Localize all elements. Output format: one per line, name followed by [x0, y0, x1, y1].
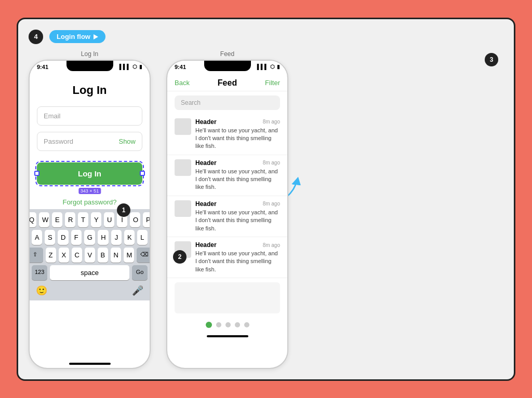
- feed-signal-icon: ▌▌▌: [257, 64, 268, 70]
- feed-phone-label: Feed: [220, 50, 234, 58]
- dot-5[interactable]: [244, 322, 249, 327]
- feed-item-text-0: He'll want to use your yacht, and I don'…: [195, 127, 280, 150]
- keyboard: Q W E R T Y U I O P A: [30, 209, 150, 300]
- key-o[interactable]: O: [130, 212, 140, 227]
- feed-search-bar[interactable]: Search: [175, 95, 280, 110]
- key-c[interactable]: C: [72, 248, 82, 263]
- top-bar: 4 Login flow: [29, 30, 503, 44]
- key-b[interactable]: B: [98, 248, 108, 263]
- key-a[interactable]: A: [32, 230, 42, 245]
- login-status-icons: ▌▌▌ ⬡ ▮: [119, 64, 142, 70]
- feed-pagination-dots: [167, 318, 287, 332]
- key-n[interactable]: N: [111, 248, 121, 263]
- key-k[interactable]: K: [124, 230, 135, 245]
- back-button[interactable]: Back: [175, 79, 190, 87]
- dot-4[interactable]: [235, 322, 240, 327]
- key-123[interactable]: 123: [32, 265, 47, 280]
- login-phone-label: Log In: [81, 50, 98, 58]
- key-y[interactable]: Y: [91, 212, 101, 227]
- key-f[interactable]: F: [71, 230, 82, 245]
- feed-item-header-3: Header 8m ago: [195, 241, 280, 249]
- feed-item-header-0: Header 8m ago: [195, 118, 280, 126]
- key-shift[interactable]: ⇧: [30, 248, 43, 263]
- feed-avatar-1: [175, 159, 191, 176]
- feed-item-title-2: Header: [195, 200, 217, 208]
- feed-notch: [204, 61, 251, 71]
- forgot-suffix: word?: [98, 198, 116, 206]
- key-p[interactable]: P: [143, 212, 150, 227]
- password-input-field[interactable]: Password Show: [37, 132, 142, 151]
- login-flow-button[interactable]: Login flow: [49, 30, 105, 43]
- key-t[interactable]: T: [78, 212, 88, 227]
- phones-wrapper: Log In 9:41 ▌▌▌ ⬡ ▮ Log In: [29, 50, 503, 369]
- forgot-prefix: Forgot: [62, 198, 84, 206]
- key-d[interactable]: D: [58, 230, 69, 245]
- dot-3[interactable]: [225, 322, 231, 327]
- filter-button[interactable]: Filter: [265, 79, 280, 87]
- emoji-key[interactable]: 🙂: [36, 285, 47, 296]
- play-icon: [94, 34, 98, 39]
- login-phone-col: Log In 9:41 ▌▌▌ ⬡ ▮ Log In: [29, 50, 151, 369]
- feed-avatar-2: [175, 200, 191, 217]
- feed-item-text-2: He'll want to use your yacht, and I don'…: [195, 209, 280, 232]
- feed-status-icons: ▌▌▌ ⬡ ▮: [257, 64, 280, 70]
- feed-home-bar: [207, 335, 248, 337]
- key-q[interactable]: Q: [30, 212, 36, 227]
- feed-item-0: Header 8m ago He'll want to use your yac…: [167, 114, 287, 155]
- keyboard-bottom-row: 🙂 🎤: [32, 283, 148, 298]
- feed-avatar-0: [175, 118, 191, 135]
- wifi-icon: ⬡: [132, 64, 137, 70]
- keyboard-row-2: A S D F G H J K L: [32, 230, 148, 245]
- feed-phone: 9:41 ▌▌▌ ⬡ ▮ Back Feed Filter Search: [166, 60, 288, 369]
- key-g[interactable]: G: [84, 230, 95, 245]
- login-phone: 9:41 ▌▌▌ ⬡ ▮ Log In Email Passwor: [29, 60, 151, 369]
- key-e[interactable]: E: [52, 212, 62, 227]
- key-x[interactable]: X: [59, 248, 69, 263]
- keyboard-row-3: ⇧ Z X C V B N M ⌫: [32, 248, 148, 263]
- key-l[interactable]: L: [137, 230, 148, 245]
- key-r[interactable]: R: [65, 212, 75, 227]
- mic-key[interactable]: 🎤: [132, 285, 143, 296]
- key-w[interactable]: W: [39, 212, 49, 227]
- key-go[interactable]: Go: [132, 265, 148, 280]
- key-delete[interactable]: ⌫: [137, 248, 150, 263]
- login-notch: [66, 61, 113, 71]
- login-time: 9:41: [37, 64, 48, 70]
- annotation-badge-1: 1: [117, 203, 130, 217]
- selection-handle-left: [34, 171, 39, 176]
- login-phone-content: Log In Email Password Show Log In 343 × …: [30, 75, 150, 360]
- feed-item-time-3: 8m ago: [263, 242, 280, 248]
- login-status-bar: 9:41 ▌▌▌ ⬡ ▮: [30, 61, 150, 75]
- feed-item-time-1: 8m ago: [263, 160, 280, 166]
- show-password-button[interactable]: Show: [118, 138, 136, 145]
- password-placeholder: Password: [44, 138, 73, 145]
- key-s[interactable]: S: [45, 230, 55, 245]
- annotation-badge-3: 3: [485, 53, 498, 66]
- email-input-field[interactable]: Email: [37, 106, 142, 126]
- key-u[interactable]: U: [104, 212, 114, 227]
- feed-item-time-0: 8m ago: [263, 119, 280, 125]
- login-button-area: Log In 343 × 51: [37, 162, 142, 185]
- home-bar: [69, 363, 111, 365]
- battery-icon: ▮: [139, 64, 142, 70]
- feed-nav: Back Feed Filter: [167, 75, 287, 91]
- key-space[interactable]: space: [50, 265, 129, 280]
- selection-handle-right: [140, 171, 145, 176]
- feed-item-text-1: He'll want to use your yacht, and I don'…: [195, 168, 280, 191]
- feed-phone-col: Feed 9:41 ▌▌▌ ⬡ ▮ Back: [166, 50, 288, 369]
- feed-item-header-2: Header 8m ago: [195, 200, 280, 208]
- key-j[interactable]: J: [111, 230, 122, 245]
- key-v[interactable]: V: [85, 248, 95, 263]
- login-button[interactable]: Log In: [37, 162, 142, 185]
- feed-item-title-0: Header: [195, 118, 217, 126]
- key-m[interactable]: M: [124, 248, 134, 263]
- feed-wifi-icon: ⬡: [270, 64, 275, 70]
- badge-4: 4: [29, 30, 43, 44]
- forgot-link[interactable]: Forgot password?: [30, 198, 150, 206]
- dot-1-active[interactable]: [206, 322, 212, 328]
- key-z[interactable]: Z: [46, 248, 56, 263]
- dot-2[interactable]: [216, 322, 221, 327]
- feed-item-content-2: Header 8m ago He'll want to use your yac…: [195, 200, 280, 232]
- key-h[interactable]: H: [98, 230, 109, 245]
- dimension-label: 343 × 51: [78, 188, 101, 194]
